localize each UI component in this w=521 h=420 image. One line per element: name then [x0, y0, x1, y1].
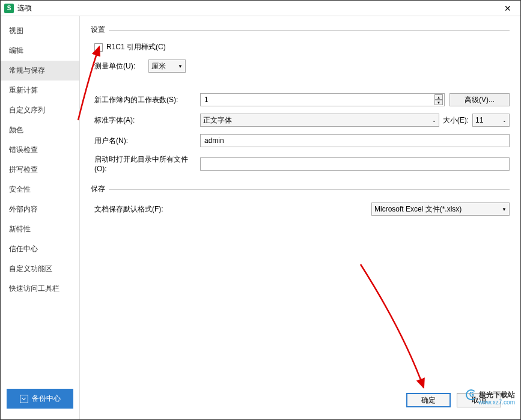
size-label: 大小(E):: [443, 115, 469, 126]
spinner-up[interactable]: ▲: [434, 94, 443, 100]
unit-label: 测量单位(U):: [94, 61, 148, 72]
sidebar-item-error-check[interactable]: 错误检查: [1, 140, 79, 160]
ok-button[interactable]: 确定: [406, 393, 451, 407]
startup-input[interactable]: [200, 157, 510, 171]
section-settings-title: 设置: [91, 25, 510, 35]
chevron-down-icon: ▼: [502, 207, 507, 212]
size-value: 11: [475, 116, 483, 124]
startup-label: 启动时打开此目录中所有文件(O):: [94, 154, 200, 173]
font-value: 正文字体: [203, 115, 232, 126]
sidebar-item-recalc[interactable]: 重新计算: [1, 81, 79, 100]
format-select[interactable]: Microsoft Excel 文件(*.xlsx) ▼: [371, 202, 510, 216]
username-label: 用户名(N):: [94, 136, 200, 146]
sidebar: 视图 编辑 常规与保存 重新计算 自定义序列 颜色 错误检查 拼写检查 安全性 …: [1, 16, 80, 419]
sheets-label: 新工作簿内的工作表数(S):: [94, 95, 200, 105]
sidebar-item-color[interactable]: 颜色: [1, 120, 79, 140]
chevron-down-icon: ⌄: [432, 118, 436, 123]
backup-center-button[interactable]: 备份中心: [7, 389, 73, 409]
main-panel: 设置 R1C1 引用样式(C) 测量单位(U): 厘米 ▼ 新工作簿内的工作表数…: [80, 16, 520, 419]
chevron-down-icon: ▼: [178, 64, 183, 69]
font-label: 标准字体(A):: [94, 115, 200, 126]
sidebar-item-new-features[interactable]: 新特性: [1, 219, 79, 239]
format-label: 文档保存默认格式(F):: [94, 204, 200, 215]
size-select[interactable]: 11 ⌄: [472, 114, 510, 127]
format-value: Microsoft Excel 文件(*.xlsx): [374, 204, 462, 215]
titlebar: S 选项 ✕: [1, 1, 520, 16]
section-save-title: 保存: [91, 184, 510, 194]
advanced-button[interactable]: 高级(V)...: [449, 93, 510, 106]
sidebar-item-quick-toolbar[interactable]: 快速访问工具栏: [1, 279, 79, 299]
watermark-text1: 极光下载站: [479, 390, 515, 400]
sidebar-item-custom-ribbon[interactable]: 自定义功能区: [1, 259, 79, 279]
sidebar-item-trust-center[interactable]: 信任中心: [1, 239, 79, 259]
sidebar-item-edit[interactable]: 编辑: [1, 41, 79, 61]
unit-value: 厘米: [151, 61, 166, 72]
app-icon: S: [4, 4, 14, 13]
sidebar-item-general-save[interactable]: 常规与保存: [1, 61, 79, 81]
watermark: G 极光下载站 www.xz7.com: [466, 389, 515, 406]
watermark-text2: www.xz7.com: [466, 399, 515, 406]
spinner-down[interactable]: ▼: [434, 100, 443, 105]
r1c1-label: R1C1 引用样式(C): [106, 42, 166, 52]
close-button[interactable]: ✕: [499, 2, 517, 14]
sidebar-item-external[interactable]: 外部内容: [1, 199, 79, 219]
sheets-spinner[interactable]: 1 ▲ ▼: [200, 93, 445, 106]
sidebar-item-custom-list[interactable]: 自定义序列: [1, 100, 79, 120]
font-select[interactable]: 正文字体 ⌄: [200, 114, 439, 127]
sheets-value: 1: [204, 96, 209, 104]
window-title: 选项: [17, 3, 499, 13]
backup-icon: [20, 395, 28, 403]
r1c1-checkbox[interactable]: [94, 43, 103, 52]
username-input[interactable]: [200, 134, 510, 147]
chevron-down-icon: ⌄: [502, 118, 507, 123]
backup-label: 备份中心: [32, 394, 61, 404]
unit-select[interactable]: 厘米 ▼: [148, 59, 186, 73]
sidebar-item-spell-check[interactable]: 拼写检查: [1, 160, 79, 180]
sidebar-item-security[interactable]: 安全性: [1, 180, 79, 199]
sidebar-item-view[interactable]: 视图: [1, 21, 79, 41]
watermark-icon: G: [466, 389, 477, 400]
